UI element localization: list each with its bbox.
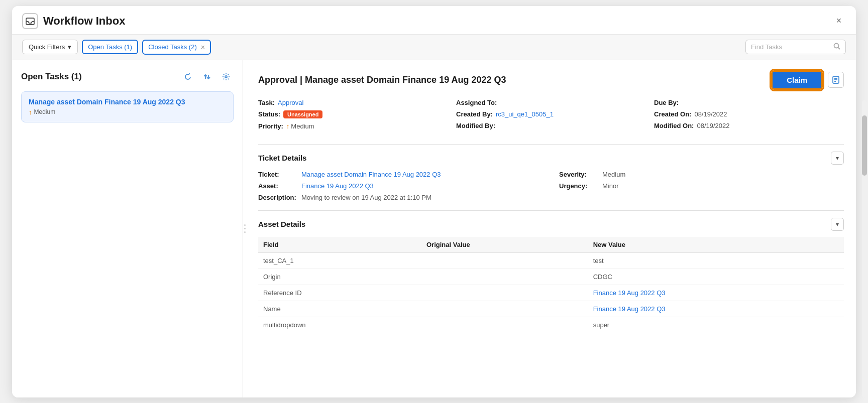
window-title: Workflow Inbox xyxy=(43,15,125,28)
task-card[interactable]: Manage asset Domain Finance 19 Aug 2022 … xyxy=(21,91,234,122)
search-icon xyxy=(833,43,840,51)
due-by-label: Due By: xyxy=(654,99,679,106)
priority-value: Medium xyxy=(291,122,314,130)
title-bar-left: Workflow Inbox xyxy=(22,13,125,29)
status-label: Status: xyxy=(258,110,280,118)
settings-button[interactable] xyxy=(219,69,234,84)
created-on-label: Created On: xyxy=(654,110,691,118)
task-priority: ↑ Medium xyxy=(29,108,226,116)
status-badge: Unassigned xyxy=(283,110,322,118)
task-row: Task: Approval xyxy=(258,99,448,106)
asset-original xyxy=(421,317,588,333)
priority-badge: ↑ Medium xyxy=(286,122,314,130)
asset-new-value: CDGC xyxy=(588,268,844,285)
col-new: New Value xyxy=(588,237,844,253)
task-value[interactable]: Approval xyxy=(278,99,303,106)
asset-new-value[interactable]: Finance 19 Aug 2022 Q3 xyxy=(588,301,844,317)
refresh-button[interactable] xyxy=(180,69,195,84)
ticket-asset-value[interactable]: Finance 19 Aug 2022 Q3 xyxy=(301,182,374,190)
chevron-down-icon: ▾ xyxy=(68,43,71,51)
ticket-col-right: Severity: Medium Urgency: Minor xyxy=(559,171,844,203)
ticket-severity-row: Severity: Medium xyxy=(559,171,844,178)
inbox-icon xyxy=(22,13,38,29)
priority-label: Medium xyxy=(34,108,56,115)
ticket-section-header: Ticket Details ▾ xyxy=(258,152,844,165)
ticket-section-title: Ticket Details xyxy=(258,154,306,162)
note-icon-button[interactable] xyxy=(828,72,844,88)
ticket-urgency-row: Urgency: Minor xyxy=(559,182,844,190)
closed-tasks-filter-button[interactable]: Closed Tasks (2) × xyxy=(142,40,211,55)
priority-arrow-icon: ↑ xyxy=(29,108,32,116)
asset-field: Name xyxy=(258,301,421,317)
asset-field: Reference ID xyxy=(258,285,421,301)
created-on-value: 08/19/2022 xyxy=(694,110,727,118)
asset-collapse-button[interactable]: ▾ xyxy=(831,218,844,231)
toolbar: Quick Filters ▾ Open Tasks (1) Closed Ta… xyxy=(12,35,856,60)
ticket-ticket-value[interactable]: Manage asset Domain Finance 19 Aug 2022 … xyxy=(301,171,441,178)
close-button[interactable]: × xyxy=(832,14,846,28)
ticket-urgency-label: Urgency: xyxy=(559,182,599,190)
claim-button[interactable]: Claim xyxy=(771,70,823,90)
asset-new-value[interactable]: Finance 19 Aug 2022 Q3 xyxy=(588,285,844,301)
info-col-3: Due By: Created On: 08/19/2022 Modified … xyxy=(654,99,844,130)
assigned-to-row: Assigned To: xyxy=(456,99,646,106)
asset-new-value: super xyxy=(588,317,844,333)
open-tasks-filter-button[interactable]: Open Tasks (1) xyxy=(82,40,138,54)
quick-filters-label: Quick Filters xyxy=(29,43,65,51)
quick-filters-button[interactable]: Quick Filters ▾ xyxy=(22,40,78,54)
table-row: Reference IDFinance 19 Aug 2022 Q3 xyxy=(258,285,844,301)
title-bar: Workflow Inbox × xyxy=(12,6,856,35)
table-row: OriginCDGC xyxy=(258,268,844,285)
asset-section-header: Asset Details ▾ xyxy=(258,218,844,231)
right-panel: Approval | Manage asset Domain Finance 1… xyxy=(246,60,856,397)
task-info-grid: Task: Approval Status: Unassigned Priori… xyxy=(258,99,844,130)
assigned-to-label: Assigned To: xyxy=(456,99,497,106)
asset-details-section: Asset Details ▾ Field Original Value New… xyxy=(258,218,844,333)
ticket-description-label: Description: xyxy=(258,194,298,201)
open-tasks-label: Open Tasks (1) xyxy=(88,43,132,51)
workflow-inbox-window: Workflow Inbox × Quick Filters ▾ Open Ta… xyxy=(12,6,856,397)
ticket-description-row: Description: Moving to review on 19 Aug … xyxy=(258,194,543,201)
ticket-severity-label: Severity: xyxy=(559,171,599,178)
info-col-1: Task: Approval Status: Unassigned Priori… xyxy=(258,99,448,130)
col-original: Original Value xyxy=(421,237,588,253)
modified-on-row: Modified On: 08/19/2022 xyxy=(654,122,844,129)
remove-closed-tasks-icon[interactable]: × xyxy=(201,43,205,51)
detail-title: Approval | Manage asset Domain Finance 1… xyxy=(258,75,506,85)
asset-original xyxy=(421,301,588,317)
task-label: Task: xyxy=(258,99,275,106)
modified-by-label: Modified By: xyxy=(456,122,495,129)
panel-actions xyxy=(180,69,234,84)
status-row: Status: Unassigned xyxy=(258,110,448,118)
closed-tasks-label: Closed Tasks (2) xyxy=(148,43,197,51)
table-row: multidropdownsuper xyxy=(258,317,844,333)
asset-new-value: test xyxy=(588,252,844,268)
table-row: test_CA_1test xyxy=(258,252,844,268)
panel-title: Open Tasks (1) xyxy=(21,72,82,82)
ticket-urgency-value: Minor xyxy=(602,182,619,190)
ticket-severity-value: Medium xyxy=(602,171,625,178)
asset-original xyxy=(421,268,588,285)
modified-on-value: 08/19/2022 xyxy=(697,122,729,129)
ticket-details-section: Ticket Details ▾ Ticket: Manage asset Do… xyxy=(258,152,844,203)
detail-header: Approval | Manage asset Domain Finance 1… xyxy=(258,70,844,90)
priority-row: Priority: ↑ Medium xyxy=(258,122,448,130)
due-by-row: Due By: xyxy=(654,99,844,106)
created-by-label: Created By: xyxy=(456,110,493,118)
ticket-collapse-button[interactable]: ▾ xyxy=(831,152,844,165)
asset-field: Origin xyxy=(258,268,421,285)
panel-header: Open Tasks (1) xyxy=(21,69,234,84)
priority-up-icon: ↑ xyxy=(286,122,290,130)
asset-original xyxy=(421,252,588,268)
ticket-grid: Ticket: Manage asset Domain Finance 19 A… xyxy=(258,171,844,203)
table-row: NameFinance 19 Aug 2022 Q3 xyxy=(258,301,844,317)
sort-button[interactable] xyxy=(199,69,214,84)
created-on-row: Created On: 08/19/2022 xyxy=(654,110,844,118)
asset-table-header-row: Field Original Value New Value xyxy=(258,237,844,253)
toolbar-left: Quick Filters ▾ Open Tasks (1) Closed Ta… xyxy=(22,40,211,55)
svg-point-5 xyxy=(225,76,227,78)
svg-line-2 xyxy=(838,48,840,50)
search-input[interactable] xyxy=(751,43,830,51)
created-by-value[interactable]: rc3_ui_qe1_0505_1 xyxy=(496,110,554,118)
main-content: Open Tasks (1) xyxy=(12,60,856,397)
